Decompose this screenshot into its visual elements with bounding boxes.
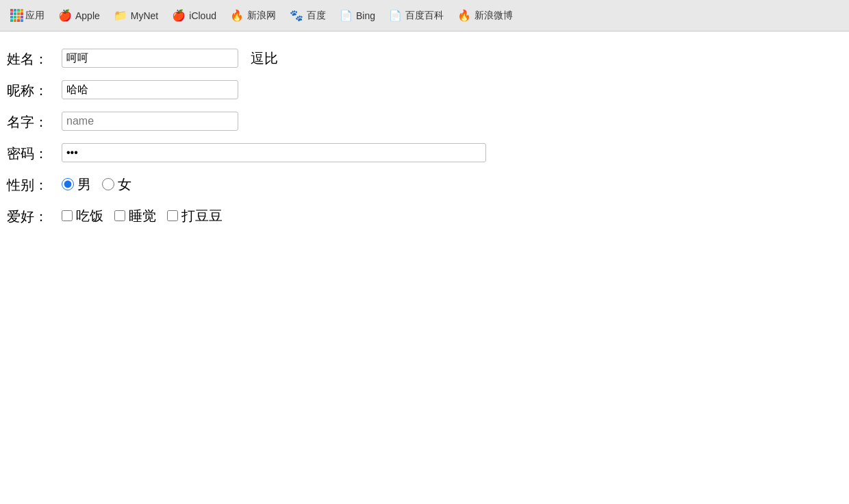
lastname-row: 姓名： 逗比 xyxy=(7,45,849,71)
topbar-item-weibo[interactable]: 🔥 新浪微博 xyxy=(452,6,518,25)
gender-male-radio[interactable] xyxy=(62,178,74,190)
sina-icon: 🔥 xyxy=(230,9,244,22)
main-content: 姓名： 逗比 昵称： 名字： 密码： 性别： 男 xyxy=(0,32,849,504)
password-row: 密码： xyxy=(7,140,849,166)
hobby-sleep-text: 睡觉 xyxy=(129,207,156,225)
topbar-item-sina[interactable]: 🔥 新浪网 xyxy=(225,6,281,25)
baidu-label: 百度 xyxy=(307,10,326,22)
hobby-hit-label[interactable]: 打豆豆 xyxy=(167,207,223,225)
apple-icon: 🍎 xyxy=(58,9,72,22)
name-field-area xyxy=(62,112,238,131)
gender-male-label[interactable]: 男 xyxy=(62,175,91,194)
gender-female-radio[interactable] xyxy=(102,178,114,190)
grid-icon xyxy=(11,10,22,21)
icloud-label: iCloud xyxy=(189,10,216,21)
gender-male-text: 男 xyxy=(77,175,91,194)
password-field-area xyxy=(62,143,486,162)
gender-row: 性别： 男 女 xyxy=(7,171,849,197)
topbar-item-baike[interactable]: 📄 百度百科 xyxy=(383,7,449,25)
hobby-eat-checkbox[interactable] xyxy=(62,210,73,221)
hobby-label: 爱好： xyxy=(7,206,62,226)
apple-label: Apple xyxy=(75,10,100,21)
name-row: 名字： xyxy=(7,108,849,134)
bing-label: Bing xyxy=(356,10,375,21)
password-input[interactable] xyxy=(62,143,486,162)
topbar-item-baidu[interactable]: 🐾 百度 xyxy=(284,6,331,25)
nickname-row: 昵称： xyxy=(7,77,849,103)
topbar-item-icloud[interactable]: 🍎 iCloud xyxy=(166,6,222,25)
hobby-hit-text: 打豆豆 xyxy=(181,207,223,225)
hobby-hit-checkbox[interactable] xyxy=(167,210,178,221)
weibo-icon: 🔥 xyxy=(457,9,471,22)
topbar-item-apple[interactable]: 🍎 Apple xyxy=(53,6,105,25)
password-label: 密码： xyxy=(7,143,62,163)
hobby-eat-text: 吃饭 xyxy=(76,207,103,225)
nickname-field-area xyxy=(62,80,238,99)
baidu-icon: 🐾 xyxy=(290,9,303,22)
gender-label: 性别： xyxy=(7,175,62,194)
gender-female-label[interactable]: 女 xyxy=(102,175,131,194)
mynet-label: MyNet xyxy=(131,10,158,21)
topbar-item-mynet[interactable]: 📁 MyNet xyxy=(108,6,164,25)
sina-label: 新浪网 xyxy=(247,10,276,22)
icloud-icon: 🍎 xyxy=(172,9,186,22)
weibo-label: 新浪微博 xyxy=(474,10,513,22)
lastname-extra: 逗比 xyxy=(251,49,278,68)
bing-icon: 📄 xyxy=(340,10,353,22)
lastname-label: 姓名： xyxy=(7,49,62,68)
name-input[interactable] xyxy=(62,112,238,131)
gender-radio-group: 男 女 xyxy=(62,175,131,194)
hobby-row: 爱好： 吃饭 睡觉 打豆豆 xyxy=(7,203,849,229)
name-label: 名字： xyxy=(7,112,62,131)
nickname-input[interactable] xyxy=(62,80,238,99)
gender-female-text: 女 xyxy=(118,175,131,194)
hobby-sleep-label[interactable]: 睡觉 xyxy=(114,207,156,225)
hobby-eat-label[interactable]: 吃饭 xyxy=(62,207,103,225)
baike-icon: 📄 xyxy=(389,10,402,22)
baike-label: 百度百科 xyxy=(405,10,444,22)
topbar-item-apps[interactable]: 应用 xyxy=(5,7,50,25)
lastname-input[interactable] xyxy=(62,49,238,68)
nickname-label: 昵称： xyxy=(7,80,62,100)
topbar-item-bing[interactable]: 📄 Bing xyxy=(334,7,381,25)
folder-icon: 📁 xyxy=(114,9,127,22)
topbar: 应用 🍎 Apple 📁 MyNet 🍎 iCloud 🔥 新浪网 🐾 百度 📄… xyxy=(0,0,849,32)
lastname-field-area: 逗比 xyxy=(62,49,278,68)
hobby-sleep-checkbox[interactable] xyxy=(114,210,125,221)
hobby-checkbox-group: 吃饭 睡觉 打豆豆 xyxy=(62,207,223,225)
apps-label: 应用 xyxy=(25,10,45,22)
